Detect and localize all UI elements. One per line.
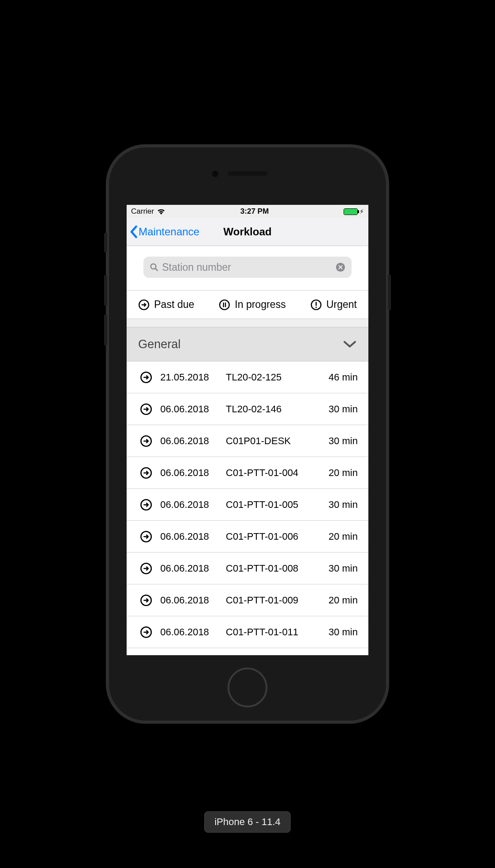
row-duration: 30 min xyxy=(329,563,358,574)
search-icon xyxy=(150,263,159,272)
arrow-right-circle-icon xyxy=(140,499,152,511)
pause-circle-icon xyxy=(219,299,230,311)
device-side-button xyxy=(104,233,107,253)
device-camera xyxy=(212,171,218,177)
svg-point-9 xyxy=(315,306,317,307)
filter-label: In progress xyxy=(235,299,286,311)
exclamation-circle-icon xyxy=(310,299,322,311)
device-side-button xyxy=(104,315,107,346)
row-code: C01-PTT-01-004 xyxy=(226,467,321,479)
row-date: 06.06.2018 xyxy=(160,467,218,479)
row-code: C01-PTT-01-009 xyxy=(226,595,321,606)
status-bar: Carrier 3:27 PM ⚡︎ xyxy=(127,205,368,218)
row-code: TL20-02-146 xyxy=(226,403,321,415)
row-duration: 30 min xyxy=(329,499,358,511)
filter-label: Past due xyxy=(154,299,194,311)
chevron-down-icon xyxy=(343,340,357,349)
workload-row[interactable]: 06.06.2018C01-PTT-01-01130 min xyxy=(127,616,368,648)
row-date: 06.06.2018 xyxy=(160,531,218,542)
search-input[interactable] xyxy=(162,261,332,273)
back-label: Maintenance xyxy=(139,226,199,238)
spacer xyxy=(127,319,368,327)
row-date: 21.05.2018 xyxy=(160,372,218,383)
row-date: 06.06.2018 xyxy=(160,626,218,638)
row-date: 06.06.2018 xyxy=(160,499,218,511)
filter-label: Urgent xyxy=(326,299,357,311)
arrow-right-circle-icon xyxy=(140,626,152,638)
wifi-icon xyxy=(157,208,166,215)
workload-row[interactable]: 06.06.2018C01-PTT-01-00420 min xyxy=(127,457,368,489)
row-duration: 30 min xyxy=(329,626,358,638)
filter-urgent[interactable]: Urgent xyxy=(310,299,357,311)
row-date: 06.06.2018 xyxy=(160,435,218,447)
filter-past-due[interactable]: Past due xyxy=(138,299,194,311)
arrow-right-circle-icon xyxy=(140,435,152,447)
workload-list: 21.05.2018TL20-02-12546 min06.06.2018TL2… xyxy=(127,361,368,655)
workload-row[interactable]: 06.06.2018C01P01-DESK30 min xyxy=(127,425,368,457)
row-duration: 20 min xyxy=(329,531,358,542)
device-frame: Carrier 3:27 PM ⚡︎ Maintenance Workload xyxy=(106,144,389,724)
row-date: 06.06.2018 xyxy=(160,595,218,606)
arrow-right-circle-icon xyxy=(140,562,152,575)
section-title: General xyxy=(138,338,181,351)
svg-point-4 xyxy=(220,300,230,310)
home-button[interactable] xyxy=(228,668,267,707)
arrow-right-circle-icon xyxy=(140,530,152,543)
row-code: C01-PTT-01-011 xyxy=(226,626,321,638)
row-duration: 20 min xyxy=(329,595,358,606)
workload-row[interactable]: 06.06.2018TL20-02-14630 min xyxy=(127,393,368,425)
arrow-right-circle-icon xyxy=(138,299,150,311)
section-header[interactable]: General xyxy=(127,327,368,361)
battery-icon xyxy=(344,208,358,215)
svg-line-1 xyxy=(155,269,158,271)
row-code: C01-PTT-01-008 xyxy=(226,563,321,574)
workload-row[interactable]: 06.06.2018C01-PTT-01-00530 min xyxy=(127,489,368,521)
clock-label: 3:27 PM xyxy=(240,207,269,216)
filter-in-progress[interactable]: In progress xyxy=(219,299,286,311)
workload-row[interactable]: 21.05.2018TL20-02-12546 min xyxy=(127,361,368,393)
screen: Carrier 3:27 PM ⚡︎ Maintenance Workload xyxy=(127,205,368,655)
row-date: 06.06.2018 xyxy=(160,403,218,415)
workload-row[interactable]: 06.06.2018C01-PTT-01-00920 min xyxy=(127,584,368,616)
device-side-button xyxy=(388,275,391,310)
charging-icon: ⚡︎ xyxy=(360,208,364,215)
workload-row[interactable]: 06.06.2018C01-PTT-01-00830 min xyxy=(127,553,368,584)
row-code: C01P01-DESK xyxy=(226,435,321,447)
row-duration: 30 min xyxy=(329,435,358,447)
arrow-right-circle-icon xyxy=(140,403,152,415)
workload-row[interactable]: 06.06.2018C01-PTT-01-00620 min xyxy=(127,521,368,553)
arrow-right-circle-icon xyxy=(140,594,152,607)
row-code: C01-PTT-01-005 xyxy=(226,499,321,511)
device-side-button xyxy=(104,275,107,306)
filter-bar: Past due In progress Urgent xyxy=(127,291,368,319)
row-code: TL20-02-125 xyxy=(226,372,321,383)
row-code: C01-PTT-01-006 xyxy=(226,531,321,542)
row-duration: 30 min xyxy=(329,403,358,415)
search-field[interactable] xyxy=(143,257,352,278)
carrier-label: Carrier xyxy=(131,207,154,216)
search-container xyxy=(127,246,368,291)
nav-bar: Maintenance Workload xyxy=(127,218,368,246)
row-date: 06.06.2018 xyxy=(160,563,218,574)
chevron-left-icon xyxy=(129,225,138,238)
back-button[interactable]: Maintenance xyxy=(129,225,199,238)
arrow-right-circle-icon xyxy=(140,467,152,479)
row-duration: 20 min xyxy=(329,467,358,479)
clear-icon[interactable] xyxy=(336,262,345,272)
row-duration: 46 min xyxy=(329,372,358,383)
arrow-right-circle-icon xyxy=(140,371,152,384)
device-caption: iPhone 6 - 11.4 xyxy=(204,811,290,833)
